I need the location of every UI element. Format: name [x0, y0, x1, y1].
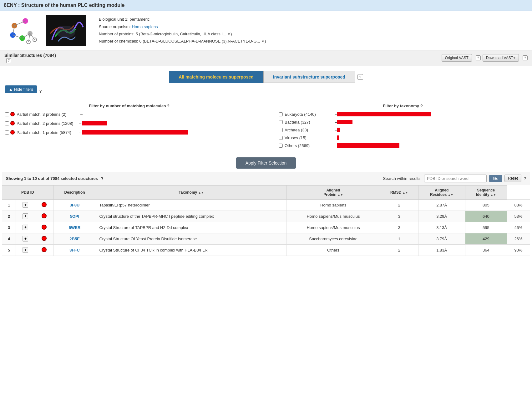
table-header-row: PDB ID Description Taxonomy ▲▼ AlignedPr… — [2, 185, 530, 199]
row-sequence-identity: 53% — [507, 211, 530, 222]
download-vast-help-icon[interactable]: ? — [523, 55, 528, 60]
original-vast-help-icon[interactable]: ? — [476, 55, 481, 60]
row-plus-button[interactable]: + — [23, 225, 28, 230]
row-plus-button[interactable]: + — [23, 236, 28, 242]
download-vast-button[interactable]: Download VAST+ — [483, 54, 519, 62]
pdb-id-link[interactable]: 3FFC — [69, 248, 80, 252]
tab-invariant-substructure[interactable]: Invariant substructure superposed — [263, 71, 355, 83]
page-header: 6ENY : Structure of the human PLC editin… — [0, 0, 532, 11]
filters-section: ▲ Hide filters ? Filter by number of mat… — [0, 85, 532, 154]
row-rmsd: 1.83Å — [418, 244, 465, 256]
row-taxonomy: Others — [286, 244, 380, 256]
row-exclude-button[interactable] — [42, 213, 47, 218]
row-exclude-button[interactable] — [42, 202, 47, 207]
filter-tax-checkbox-4[interactable] — [279, 136, 283, 140]
apply-filter-row: Apply Filter Selection — [0, 157, 532, 169]
proteins-dropdown-arrow[interactable]: ▼ — [227, 32, 231, 36]
original-vast-button[interactable]: Original VAST — [442, 54, 472, 62]
search-within-results-input[interactable] — [424, 175, 487, 182]
tabs-section: All matching molecules superposed Invari… — [0, 66, 532, 85]
filter-tax-label-2: Bacteria (327) — [285, 120, 335, 125]
row-number: 2 — [2, 211, 16, 222]
filter-tax-row-1: Eukaryota (4140) – — [279, 112, 527, 117]
row-aligned-protein: 2 — [380, 244, 418, 256]
aligned-protein-sort-icon[interactable]: ▲▼ — [337, 193, 343, 196]
row-plus-btn-cell: + — [16, 199, 35, 211]
search-help-icon[interactable]: ? — [524, 176, 526, 181]
row-plus-btn-cell: + — [16, 211, 35, 222]
row-number: 1 — [2, 199, 16, 211]
row-pdb-id: 3F8U — [53, 199, 96, 211]
filter-tax-bar-3 — [337, 128, 340, 132]
bio-unit-text: Biological unit 1: pentameric — [99, 16, 266, 23]
filter-matching-exclude-2[interactable] — [10, 121, 15, 125]
row-plus-button[interactable]: + — [23, 247, 28, 253]
row-exclude-btn-cell — [35, 211, 53, 222]
table-row: 3 + 5WER Crystal Structure of TAPBPR and… — [2, 222, 530, 233]
chemicals-dropdown-arrow[interactable]: ▼ — [261, 39, 265, 43]
search-reset-button[interactable]: Reset — [504, 175, 521, 182]
row-taxonomy: Saccharomyces cerevisiae — [286, 233, 380, 244]
row-rmsd: 2.87Å — [418, 199, 465, 211]
filter-left-help-icon[interactable]: ? — [167, 104, 170, 108]
row-rmsd: 3.29Å — [418, 211, 465, 222]
filter-right-help-icon[interactable]: ? — [420, 104, 423, 108]
results-help-icon[interactable]: ? — [101, 176, 104, 181]
filter-tax-bar-4 — [337, 135, 339, 140]
row-exclude-button[interactable] — [42, 247, 47, 252]
row-taxonomy: Homo sapiens/Mus musculus — [286, 222, 380, 233]
pdb-id-link[interactable]: 5WER — [69, 225, 81, 230]
th-rmsd: RMSD ▲▼ — [380, 185, 418, 199]
row-exclude-button[interactable] — [42, 236, 47, 241]
tabs-help-icon[interactable]: ? — [357, 74, 363, 80]
hide-filters-button[interactable]: ▲ Hide filters — [5, 85, 37, 93]
filter-matching-exclude-3[interactable] — [10, 130, 15, 135]
pdb-id-link[interactable]: 2B5E — [69, 237, 80, 241]
similar-structures-left: Similar Structures (7084) ? — [4, 53, 56, 63]
search-go-button[interactable]: Go — [489, 175, 502, 182]
row-plus-button[interactable]: + — [23, 202, 28, 208]
taxonomy-sort-icon[interactable]: ▲▼ — [198, 191, 204, 194]
row-aligned-protein: 3 — [380, 222, 418, 233]
row-sequence-identity: 88% — [507, 199, 530, 211]
sequence-identity-sort-icon[interactable]: ▲▼ — [490, 193, 496, 196]
filter-matching-checkbox-3[interactable] — [5, 130, 9, 135]
row-plus-button[interactable]: + — [23, 213, 28, 219]
row-plus-btn-cell: + — [16, 244, 35, 256]
apply-filter-button[interactable]: Apply Filter Selection — [236, 157, 296, 169]
similar-structures-bar: Similar Structures (7084) ? Original VAS… — [0, 50, 532, 66]
results-showing-text: Showing 1 to 10 out of 7084 selected str… — [6, 176, 104, 181]
filter-tax-row-5: Others (2569) – — [279, 143, 527, 148]
filter-matching-checkbox-1[interactable] — [5, 112, 9, 116]
table-row: 2 + 5OPI Crystal structure of the TAPBPR… — [2, 211, 530, 222]
molecule-diagram — [5, 16, 39, 44]
pdb-id-link[interactable]: 3F8U — [70, 203, 80, 207]
filter-tax-checkbox-3[interactable] — [279, 128, 283, 132]
filter-tax-label-1: Eukaryota (4140) — [285, 112, 335, 117]
similar-structures-help-icon[interactable]: ? — [6, 58, 11, 63]
filter-tax-checkbox-1[interactable] — [279, 112, 283, 116]
filter-tax-checkbox-2[interactable] — [279, 120, 283, 124]
filter-panels: Filter by number of matching molecules ?… — [5, 101, 527, 151]
rmsd-sort-icon[interactable]: ▲▼ — [403, 191, 408, 194]
source-organism-link[interactable]: Homo sapiens — [132, 24, 158, 29]
row-exclude-btn-cell — [35, 199, 53, 211]
filter-tax-label-3: Archaea (33) — [285, 128, 335, 132]
pdb-id-link[interactable]: 5OPI — [70, 214, 79, 219]
th-pdb-id: PDB ID — [2, 185, 53, 199]
row-number: 3 — [2, 222, 16, 233]
page-title: 6ENY : Structure of the human PLC editin… — [4, 3, 528, 8]
row-number: 5 — [2, 244, 16, 256]
row-taxonomy: Homo sapiens — [286, 199, 380, 211]
proteins-row: Number of proteins: 5 (Beta-2-microglobu… — [99, 30, 266, 38]
th-description: Description — [53, 185, 96, 199]
aligned-residues-sort-icon[interactable]: ▲▼ — [448, 193, 453, 196]
filter-matching-exclude-1[interactable] — [10, 112, 15, 116]
row-description: Crystal Structure of CF34 TCR in complex… — [96, 244, 286, 256]
row-exclude-button[interactable] — [42, 225, 47, 230]
filter-matching-checkbox-2[interactable] — [5, 121, 9, 125]
row-aligned-protein: 2 — [380, 199, 418, 211]
tab-all-matching[interactable]: All matching molecules superposed — [169, 71, 263, 83]
filter-tax-checkbox-5[interactable] — [279, 144, 283, 148]
hide-filters-help-icon[interactable]: ? — [39, 89, 42, 94]
